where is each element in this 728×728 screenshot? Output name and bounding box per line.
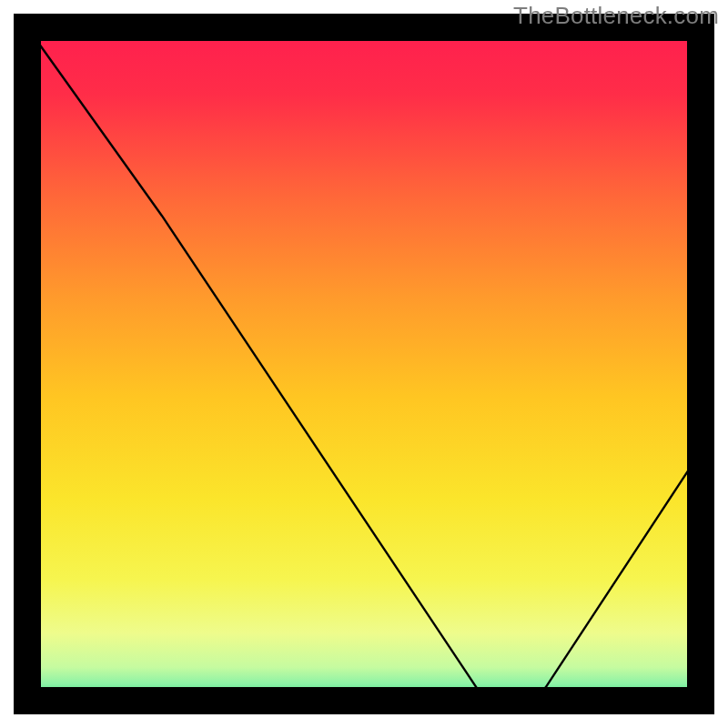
- chart-svg: [0, 0, 728, 728]
- watermark-text: TheBottleneck.com: [513, 2, 719, 30]
- bottleneck-chart: TheBottleneck.com: [0, 0, 728, 728]
- plot-background: [27, 27, 701, 701]
